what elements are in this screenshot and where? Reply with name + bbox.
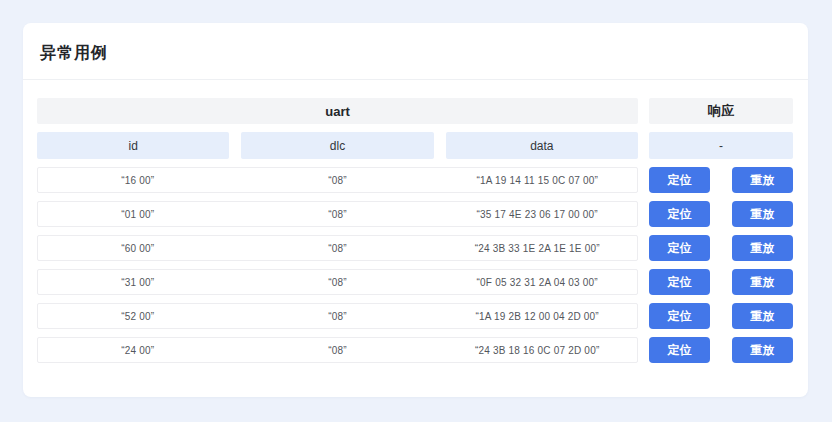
cell-id: “01 00” — [38, 202, 238, 226]
cell-dlc: “08” — [238, 338, 438, 362]
table-row: “60 00” “08” “24 3B 33 1E 2A 1E 1E 00” 定… — [37, 235, 793, 261]
replay-button[interactable]: 重放 — [732, 337, 793, 363]
replay-button[interactable]: 重放 — [732, 167, 793, 193]
table-row: “31 00” “08” “0F 05 32 31 2A 04 03 00” 定… — [37, 269, 793, 295]
cell-dlc: “08” — [238, 304, 438, 328]
cell-dlc: “08” — [238, 236, 438, 260]
column-header-response-placeholder: - — [649, 132, 793, 159]
locate-button[interactable]: 定位 — [649, 235, 710, 261]
row-uart-values: “52 00” “08” “1A 19 2B 12 00 04 2D 00” — [37, 303, 638, 329]
cell-data: “0F 05 32 31 2A 04 03 00” — [437, 270, 637, 294]
table-row: “01 00” “08” “35 17 4E 23 06 17 00 00” 定… — [37, 201, 793, 227]
page-title: 异常用例 — [40, 43, 791, 64]
cell-dlc: “08” — [238, 202, 438, 226]
locate-button[interactable]: 定位 — [649, 269, 710, 295]
row-uart-values: “24 00” “08” “24 3B 18 16 0C 07 2D 00” — [37, 337, 638, 363]
group-header-uart: uart — [37, 98, 638, 124]
row-uart-values: “16 00” “08” “1A 19 14 11 15 0C 07 00” — [37, 167, 638, 193]
replay-button[interactable]: 重放 — [732, 303, 793, 329]
cell-data: “1A 19 14 11 15 0C 07 00” — [437, 168, 637, 192]
locate-button[interactable]: 定位 — [649, 303, 710, 329]
cell-id: “16 00” — [38, 168, 238, 192]
cell-data: “24 3B 18 16 0C 07 2D 00” — [437, 338, 637, 362]
cell-dlc: “08” — [238, 168, 438, 192]
column-header-dlc: dlc — [241, 132, 433, 159]
card-header: 异常用例 — [23, 23, 808, 80]
locate-button[interactable]: 定位 — [649, 337, 710, 363]
row-uart-values: “01 00” “08” “35 17 4E 23 06 17 00 00” — [37, 201, 638, 227]
group-header-row: uart 响应 — [37, 98, 793, 124]
cell-id: “60 00” — [38, 236, 238, 260]
column-header-id: id — [37, 132, 229, 159]
abnormal-cases-card: 异常用例 uart 响应 id dlc data - “16 — [23, 23, 808, 397]
row-uart-values: “60 00” “08” “24 3B 33 1E 2A 1E 1E 00” — [37, 235, 638, 261]
cell-data: “24 3B 33 1E 2A 1E 1E 00” — [437, 236, 637, 260]
replay-button[interactable]: 重放 — [732, 201, 793, 227]
cell-id: “52 00” — [38, 304, 238, 328]
row-uart-values: “31 00” “08” “0F 05 32 31 2A 04 03 00” — [37, 269, 638, 295]
replay-button[interactable]: 重放 — [732, 235, 793, 261]
cell-id: “31 00” — [38, 270, 238, 294]
cell-id: “24 00” — [38, 338, 238, 362]
locate-button[interactable]: 定位 — [649, 201, 710, 227]
group-header-response: 响应 — [649, 98, 793, 124]
locate-button[interactable]: 定位 — [649, 167, 710, 193]
cell-dlc: “08” — [238, 270, 438, 294]
cell-data: “1A 19 2B 12 00 04 2D 00” — [437, 304, 637, 328]
replay-button[interactable]: 重放 — [732, 269, 793, 295]
column-header-data: data — [446, 132, 638, 159]
table-row: “16 00” “08” “1A 19 14 11 15 0C 07 00” 定… — [37, 167, 793, 193]
cell-data: “35 17 4E 23 06 17 00 00” — [437, 202, 637, 226]
table-row: “52 00” “08” “1A 19 2B 12 00 04 2D 00” 定… — [37, 303, 793, 329]
table-row: “24 00” “08” “24 3B 18 16 0C 07 2D 00” 定… — [37, 337, 793, 363]
subheader-row: id dlc data - — [37, 132, 793, 159]
cases-table: uart 响应 id dlc data - “16 00” “08” “1A 1… — [23, 80, 808, 363]
